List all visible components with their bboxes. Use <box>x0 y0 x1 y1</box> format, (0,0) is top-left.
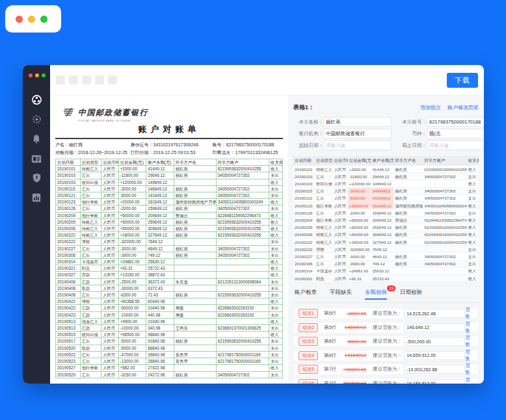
suggested-value-input[interactable] <box>404 365 465 374</box>
tab-account-check[interactable]: 账户检查 <box>295 289 317 299</box>
form-field-label: 起始日期： <box>293 142 323 149</box>
error-count-badge: 19 <box>387 285 395 291</box>
error-badge: 错误4 <box>299 351 318 360</box>
statement-table-row: 20190306汇出人民币-3900.00749.12杨红燕3405000472… <box>56 252 283 258</box>
id-card-icon <box>31 154 42 166</box>
statement-table: 交易日期交易类型交易币种交易金额(元)账户余额(元)对手方户名对手方账户收支类型… <box>55 159 283 378</box>
suggested-value-input[interactable] <box>404 379 465 384</box>
statement-table-row: 20190517汇出人民币-5000.0091840.98杨红燕62159936… <box>56 338 283 345</box>
currency-field[interactable] <box>427 129 484 138</box>
suspect-cell[interactable]: 14164912 <box>371 194 394 202</box>
extracted-table-row: 20190314卡现金存人民币+24881.0025630.12收入 <box>293 267 479 274</box>
replace-button[interactable]: 替换 <box>465 363 473 376</box>
replace-button[interactable]: 替换 <box>465 321 473 334</box>
error-old-value: 14164912 <box>338 352 366 358</box>
shield-icon <box>33 173 41 185</box>
suggested-value-input[interactable] <box>404 309 465 318</box>
inner-close-icon[interactable] <box>29 73 33 77</box>
inner-zoom-icon[interactable] <box>42 73 46 77</box>
sidebar-item-shield-icon[interactable] <box>31 174 42 185</box>
panel-title: 表格1： <box>293 103 314 112</box>
own-account-field[interactable] <box>427 117 484 127</box>
tab-date-check[interactable]: 日期校验 <box>400 289 422 299</box>
statement-meta-item: 印章流水：17997011332496125 <box>213 150 284 155</box>
sidebar-item-gear-icon[interactable] <box>31 115 42 126</box>
suspect-cell[interactable]: 14664912 <box>371 187 394 194</box>
statement-table-row: 20190222理财人民币-320000.007649.12支出 <box>56 239 283 245</box>
statement-table-row: 20190522汇出人民币-47000.0039840.98黄秀琴6217981… <box>56 351 283 358</box>
replace-button[interactable]: 替换 <box>465 307 473 320</box>
statement-table-row: 20190406汇款人民币-2500.0036372.43朱其龙62122613… <box>56 278 283 285</box>
suggested-value-input[interactable] <box>404 337 465 346</box>
error-row: 错误3第6行-5000.00建议替换为：替换 <box>293 335 479 347</box>
error-line-number: 第5行 <box>324 324 338 331</box>
end-date-field[interactable] <box>427 140 484 150</box>
statement-table-row: 20190126汇出人民币-2000.00159649.12杨红燕3405000… <box>56 205 283 212</box>
statement-table-row: 20190321利息人民币+92.3125722.43收入 <box>56 265 283 272</box>
report-icon <box>32 193 41 205</box>
replace-button[interactable]: 替换 <box>465 335 473 348</box>
close-window-button[interactable] <box>16 16 23 23</box>
wheel-logo-icon <box>31 94 42 108</box>
toolbar-button-2[interactable] <box>69 75 78 85</box>
toolbar-button-4[interactable] <box>95 75 104 85</box>
sidebar-item-bell-icon[interactable] <box>31 135 42 146</box>
toolbar-button-3[interactable] <box>82 75 91 85</box>
inner-minimize-icon[interactable] <box>35 73 39 77</box>
toolbar-button-1[interactable] <box>56 75 65 85</box>
statement-meta-item: 打印日期：2019-12-25 09:01:53 <box>131 150 213 155</box>
extracted-table-row: 20190126汇出人民币-2000.00159649.12杨红燕3405000… <box>293 209 479 217</box>
suspect-cell[interactable]: 161649.12 <box>371 202 394 209</box>
replace-button[interactable]: 替换 <box>465 349 473 362</box>
tab-missing-fields[interactable]: 字段缺失 <box>330 289 352 299</box>
toolbar-button-5[interactable] <box>108 75 117 85</box>
sidebar-item-report-icon[interactable] <box>31 193 42 204</box>
extracted-table-row: 20190103汇出人民币-11800.0029649.12杨红燕3405000… <box>293 173 479 180</box>
suggested-value-input[interactable] <box>404 323 465 332</box>
suspect-cell[interactable]: -3000.00 <box>348 187 371 194</box>
inner-traffic-lights <box>29 73 46 77</box>
suggest-label: 建议替换为： <box>373 338 402 345</box>
statement-table-row: 20190222转账汇入人民币+18000.00327649.12杨红燕6215… <box>56 232 283 239</box>
suggested-value-input[interactable] <box>404 351 465 360</box>
sidebar <box>23 65 50 384</box>
form-field: 截止日期： <box>397 140 484 150</box>
download-button[interactable]: 下载 <box>447 73 478 88</box>
error-old-value: -3000.00 <box>338 311 366 317</box>
add-annotation-link[interactable]: 增加批注 <box>420 104 441 111</box>
tab-amount-check[interactable]: 金额校验19 <box>365 289 387 299</box>
desktop-background: 下载 中国邮政储蓄银行 POSTAL SAVINGS BANK OF CHINA <box>0 0 506 420</box>
minimize-window-button[interactable] <box>28 16 35 23</box>
error-badge: 错误2 <box>299 323 318 332</box>
extracted-table-row: 20190227汇出人民币-3000.004649.12杨红燕340500047… <box>293 253 479 260</box>
content-row: 中国邮政储蓄银行 POSTAL SAVINGS BANK OF CHINA 账户… <box>50 95 484 384</box>
statement-table-row: 20190513现金汇入人民币+9900.0010340.98收入 <box>56 318 283 324</box>
account-edit-tab-link[interactable]: 账户修改页签 <box>447 104 479 111</box>
bank-name-english: POSTAL SAVINGS BANK OF CHINA <box>78 119 148 122</box>
start-date-field[interactable] <box>323 140 392 150</box>
statement-meta-item: 户名：杨红燕 <box>55 142 131 148</box>
sidebar-item-id-card-icon[interactable] <box>31 154 42 165</box>
extracted-table-row: 20190222理财人民币-320000.007649.12支出 <box>293 246 479 253</box>
statement-table-row: 20190123他行来账人民币+20000.00161649.12滁州碧桂园房地… <box>56 199 283 205</box>
replace-button[interactable]: 替换 <box>465 377 473 384</box>
sidebar-item-wheel-logo-icon[interactable] <box>31 96 42 107</box>
extracted-table-row: 20190306汇出人民币-3900.00749.12杨红燕3405000472… <box>293 260 479 267</box>
bank-org-field[interactable] <box>323 129 392 138</box>
error-row: 错误4第6行14164912建议替换为：替换 <box>293 350 479 361</box>
zoom-window-button[interactable] <box>40 16 47 23</box>
suspect-cell[interactable]: -5000.00 <box>348 194 371 202</box>
document-preview: 中国邮政储蓄银行 POSTAL SAVINGS BANK OF CHINA 账户… <box>50 96 288 384</box>
extracted-table-row: 20190115汇出人民币-3000.0014664912杨红燕34050004… <box>293 187 479 194</box>
extraction-panel: 表格1： 增加批注 账户修改页签 本方名称：本方账号：银行机构：币种：起始日期：… <box>288 96 484 384</box>
bank-name: 中国邮政储蓄银行 <box>78 107 148 118</box>
error-badge: 错误1 <box>299 309 318 318</box>
form-field-label: 币种： <box>397 131 427 137</box>
error-old-value: 161649.12 <box>338 380 366 384</box>
divider <box>55 138 283 139</box>
statement-table-row: 20190115汇出人民币-3000.00146649.12杨红燕3405000… <box>56 185 283 192</box>
form-field: 本方名称： <box>293 117 392 127</box>
suspect-cell[interactable]: +20000.00 <box>348 202 371 209</box>
error-row: 错误6第7行161649.12建议替换为：替换 <box>293 378 479 384</box>
own-name-field[interactable] <box>323 117 392 127</box>
